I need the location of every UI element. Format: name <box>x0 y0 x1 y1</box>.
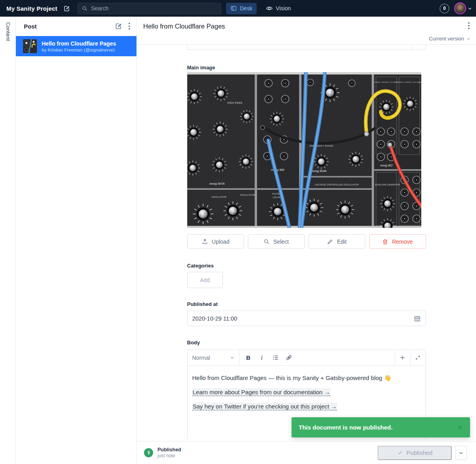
content-rail-label: Content <box>5 22 11 41</box>
check-icon <box>397 450 403 456</box>
upload-label: Upload <box>212 239 229 245</box>
new-document-button[interactable] <box>63 5 70 12</box>
slug-field-cutoff <box>187 45 426 50</box>
pane-header: Post <box>16 17 136 36</box>
desk-icon <box>230 5 237 11</box>
italic-button[interactable]: i <box>256 352 268 363</box>
search-icon <box>263 239 270 245</box>
chevron-down-icon <box>468 6 472 11</box>
select-button[interactable]: Select <box>248 234 305 249</box>
list-item-title: Hello from Cloudflare Pages <box>42 40 116 47</box>
calendar-icon <box>414 315 421 322</box>
select-label: Select <box>273 239 289 245</box>
add-label: Add <box>200 277 210 283</box>
bullet-list-icon <box>272 354 279 361</box>
upload-button[interactable]: Upload <box>187 234 244 249</box>
insert-block-button[interactable] <box>395 350 410 365</box>
search-icon <box>82 6 88 11</box>
tab-vision-label: Vision <box>276 5 291 11</box>
calendar-button[interactable] <box>414 315 421 322</box>
photo-label-vco: VOLTAGE CONTROLLED OSCILLATOR <box>315 183 359 186</box>
main-image-preview[interactable]: HIGH PASS FREQUENCY RANGE FIXED CONTROL … <box>187 72 426 228</box>
body-text-area[interactable]: Hello from Cloudflare Pages — this is my… <box>188 366 426 411</box>
categories-label: Categories <box>187 263 426 269</box>
toast-success: This document is now published. <box>292 417 470 437</box>
upload-icon <box>202 238 208 245</box>
chevron-down-icon <box>459 451 463 455</box>
photo-label-high-pass: HIGH PASS <box>227 101 242 104</box>
body-paragraph[interactable]: Hello from Cloudflare Pages — this is my… <box>192 374 421 382</box>
content-rail[interactable]: Content <box>0 17 16 464</box>
body-label: Body <box>187 340 426 346</box>
edit-label: Edit <box>337 239 346 245</box>
kebab-menu-icon <box>468 22 470 29</box>
photo-label-moog-902: moog 902 <box>380 164 392 167</box>
bullet-list-button[interactable] <box>270 352 281 363</box>
project-title[interactable]: My Sanity Project <box>6 5 57 12</box>
toast-close-button[interactable] <box>457 424 463 431</box>
pane-title: Post <box>24 23 37 30</box>
document-editor-pane: Hello from Cloudflare Pages Current vers… <box>137 17 476 464</box>
body-link-documentation[interactable]: Learn more about Pages from our document… <box>192 388 331 396</box>
published-at-field[interactable]: 2020-10-29 11:00 <box>187 311 426 326</box>
chevron-down-icon <box>230 355 234 360</box>
trash-icon <box>382 239 388 245</box>
slug-input[interactable] <box>187 45 426 50</box>
document-menu-button[interactable] <box>468 22 470 29</box>
main-image-label: Main image <box>187 65 426 71</box>
tab-desk-label: Desk <box>240 5 252 11</box>
style-dropdown[interactable]: Normal <box>188 350 240 365</box>
link-icon <box>286 354 292 361</box>
photo-label-frequency-range: FREQUENCY RANGE <box>309 145 333 147</box>
fullscreen-button[interactable] <box>410 350 426 365</box>
post-list-pane: Post Hello from Cloudflare Pag <box>16 17 137 464</box>
published-at-value[interactable]: 2020-10-29 11:00 <box>192 315 414 322</box>
pane-menu-button[interactable] <box>129 23 130 30</box>
post-thumbnail <box>23 39 37 53</box>
avatar[interactable] <box>454 2 466 14</box>
published-status-icon <box>144 448 153 457</box>
link-button[interactable] <box>283 352 295 363</box>
top-navbar: My Sanity Project Desk Vision 0 <box>0 0 476 17</box>
list-item-post[interactable]: Hello from Cloudflare Pages by Kristian … <box>16 36 136 56</box>
version-label: Current version <box>429 36 464 42</box>
kebab-menu-icon <box>129 23 130 30</box>
add-category-button[interactable]: Add <box>187 272 223 288</box>
compose-icon <box>63 5 70 12</box>
edit-button[interactable]: Edit <box>309 234 365 249</box>
photo-label-oscillator-1: OSCILLATOR <box>211 196 226 198</box>
user-menu[interactable] <box>454 2 472 14</box>
publish-button-label: Published <box>407 449 433 456</box>
compose-icon <box>115 23 122 30</box>
body-link-twitter[interactable]: Say hey on Twitter if you're checking ou… <box>192 403 338 411</box>
create-post-button[interactable] <box>115 23 122 30</box>
version-selector[interactable]: Current version <box>429 36 470 42</box>
eye-icon <box>266 5 273 12</box>
tab-desk[interactable]: Desk <box>226 3 257 14</box>
publish-menu-button[interactable] <box>455 446 467 460</box>
publish-button[interactable]: Published <box>378 446 452 460</box>
publish-status-time: just now <box>157 453 181 458</box>
remove-button[interactable]: Remove <box>369 234 426 249</box>
photo-label-fixed-cv-1: FIXED CONTROL VOLTAGE <box>374 81 398 83</box>
close-icon <box>457 424 463 431</box>
publish-status: Published just now <box>144 447 181 458</box>
global-search[interactable] <box>77 3 221 14</box>
bold-button[interactable]: B <box>243 352 254 363</box>
editor-toolbar: Normal B i <box>188 350 426 366</box>
slug-generate-button[interactable] <box>412 45 426 50</box>
photo-label-envelope: ENVELOPE GENERATOR <box>375 184 400 186</box>
plus-icon <box>399 354 406 361</box>
document-title: Hello from Cloudflare Pages <box>143 23 470 30</box>
photo-label-fixed-cv-2: FIXED CONTROL VOLTAGE <box>397 81 421 83</box>
status-badge-count: 0 <box>443 6 446 11</box>
search-input[interactable] <box>91 5 217 11</box>
pencil-icon <box>327 239 333 245</box>
image-actions: Upload Select Edit <box>187 234 426 249</box>
published-at-label: Published at <box>187 301 426 307</box>
tab-vision[interactable]: Vision <box>261 3 295 14</box>
document-header: Hello from Cloudflare Pages Current vers… <box>137 17 476 45</box>
status-badge[interactable]: 0 <box>440 4 449 13</box>
photo-label-moog-907a: moog 907A <box>209 182 224 185</box>
document-form-scroll[interactable]: Main image <box>137 45 476 441</box>
